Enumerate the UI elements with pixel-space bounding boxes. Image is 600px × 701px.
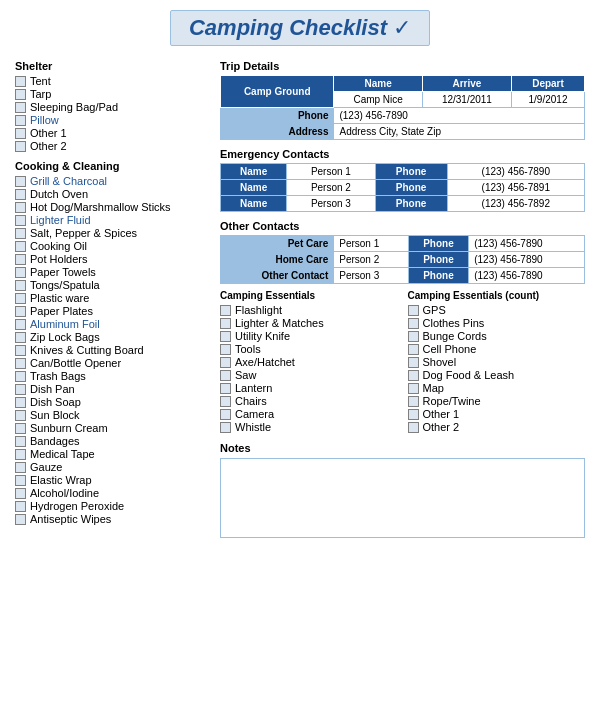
checkbox[interactable]	[15, 397, 26, 408]
checkbox[interactable]	[15, 202, 26, 213]
checkbox[interactable]	[15, 102, 26, 113]
checkbox[interactable]	[220, 344, 231, 355]
checkbox[interactable]	[15, 228, 26, 239]
list-item: Dish Pan	[15, 383, 210, 395]
trip-table: Camp Ground Name Arrive Depart Camp Nice…	[220, 75, 585, 140]
checkbox[interactable]	[15, 89, 26, 100]
checkbox[interactable]	[408, 344, 419, 355]
camp-name: Camp Nice	[334, 92, 422, 108]
checkbox[interactable]	[408, 331, 419, 342]
checkbox[interactable]	[408, 422, 419, 433]
item-label: Tent	[30, 75, 51, 87]
checkbox[interactable]	[15, 189, 26, 200]
checkbox[interactable]	[15, 371, 26, 382]
item-label: Other 1	[30, 127, 67, 139]
camp-ground-header: Camp Ground	[221, 76, 334, 108]
checkbox[interactable]	[15, 384, 26, 395]
checkbox[interactable]	[408, 357, 419, 368]
notes-box[interactable]	[220, 458, 585, 538]
checkbox[interactable]	[220, 305, 231, 316]
checkbox[interactable]	[15, 76, 26, 87]
checkbox[interactable]	[220, 331, 231, 342]
list-item: Dish Soap	[15, 396, 210, 408]
checkbox[interactable]	[220, 318, 231, 329]
emergency-contacts-table: Name Person 1 Phone (123) 456-7890 Name …	[220, 163, 585, 212]
checkbox[interactable]	[220, 370, 231, 381]
list-item: Lighter & Matches	[220, 317, 398, 329]
table-row: Name Person 3 Phone (123) 456-7892	[221, 196, 585, 212]
list-item: Sleeping Bag/Pad	[15, 101, 210, 113]
item-label: Hot Dog/Marshmallow Sticks	[30, 201, 171, 213]
table-row: Home Care Person 2 Phone (123) 456-7890	[221, 252, 585, 268]
item-label: Utility Knife	[235, 330, 290, 342]
checkbox[interactable]	[15, 332, 26, 343]
checkbox[interactable]	[408, 318, 419, 329]
checkbox[interactable]	[15, 462, 26, 473]
list-item: Other 1	[408, 408, 586, 420]
checkbox[interactable]	[15, 501, 26, 512]
checkbox[interactable]	[15, 488, 26, 499]
checkbox[interactable]	[15, 141, 26, 152]
list-item: Clothes Pins	[408, 317, 586, 329]
checkbox[interactable]	[15, 423, 26, 434]
checkbox[interactable]	[220, 422, 231, 433]
list-item: Knives & Cutting Board	[15, 344, 210, 356]
checkbox[interactable]	[15, 267, 26, 278]
list-item: Can/Bottle Opener	[15, 357, 210, 369]
oc-number: (123) 456-7890	[469, 236, 585, 252]
item-label: Lighter Fluid	[30, 214, 91, 226]
phone-value: (123) 456-7890	[334, 108, 585, 124]
list-item: Other 2	[408, 421, 586, 433]
checkbox[interactable]	[15, 293, 26, 304]
list-item: Aluminum Foil	[15, 318, 210, 330]
item-label: Trash Bags	[30, 370, 86, 382]
checkbox[interactable]	[15, 449, 26, 460]
checkbox[interactable]	[15, 345, 26, 356]
item-label: Chairs	[235, 395, 267, 407]
list-item: Other 1	[15, 127, 210, 139]
item-label: Pot Holders	[30, 253, 87, 265]
checkbox[interactable]	[408, 383, 419, 394]
item-label: Aluminum Foil	[30, 318, 100, 330]
checkbox[interactable]	[408, 409, 419, 420]
table-row: Other Contact Person 3 Phone (123) 456-7…	[221, 268, 585, 284]
list-item: Saw	[220, 369, 398, 381]
essentials-col1-title: Camping Essentials	[220, 290, 398, 301]
emergency-section-title: Emergency Contacts	[220, 148, 585, 160]
checkbox[interactable]	[15, 319, 26, 330]
checkbox[interactable]	[15, 514, 26, 525]
checkbox[interactable]	[220, 409, 231, 420]
checkbox[interactable]	[15, 306, 26, 317]
checkbox[interactable]	[220, 396, 231, 407]
oc-phone-hdr: Phone	[408, 268, 469, 284]
checkbox[interactable]	[15, 475, 26, 486]
checkbox[interactable]	[220, 383, 231, 394]
checkbox[interactable]	[15, 176, 26, 187]
item-label: Map	[423, 382, 444, 394]
item-label: Can/Bottle Opener	[30, 357, 121, 369]
checkbox[interactable]	[15, 410, 26, 421]
list-item: Gauze	[15, 461, 210, 473]
item-label: Axe/Hatchet	[235, 356, 295, 368]
checkbox[interactable]	[15, 358, 26, 369]
checkbox[interactable]	[15, 215, 26, 226]
checkbox[interactable]	[408, 370, 419, 381]
ec-person: Person 3	[287, 196, 375, 212]
checkbox[interactable]	[408, 396, 419, 407]
item-label: Clothes Pins	[423, 317, 485, 329]
checkbox[interactable]	[15, 115, 26, 126]
ec-name-hdr: Name	[221, 180, 287, 196]
checkbox[interactable]	[15, 128, 26, 139]
checkbox[interactable]	[15, 436, 26, 447]
item-label: Sun Block	[30, 409, 80, 421]
checkbox[interactable]	[220, 357, 231, 368]
checkbox[interactable]	[15, 241, 26, 252]
checkbox[interactable]	[15, 254, 26, 265]
ec-number: (123) 456-7892	[447, 196, 584, 212]
essentials-list2: GPSClothes PinsBunge CordsCell PhoneShov…	[408, 304, 586, 433]
list-item: Alcohol/Iodine	[15, 487, 210, 499]
checkbox[interactable]	[408, 305, 419, 316]
item-label: Dog Food & Leash	[423, 369, 515, 381]
main-layout: Shelter TentTarpSleeping Bag/PadPillowOt…	[15, 60, 585, 538]
checkbox[interactable]	[15, 280, 26, 291]
